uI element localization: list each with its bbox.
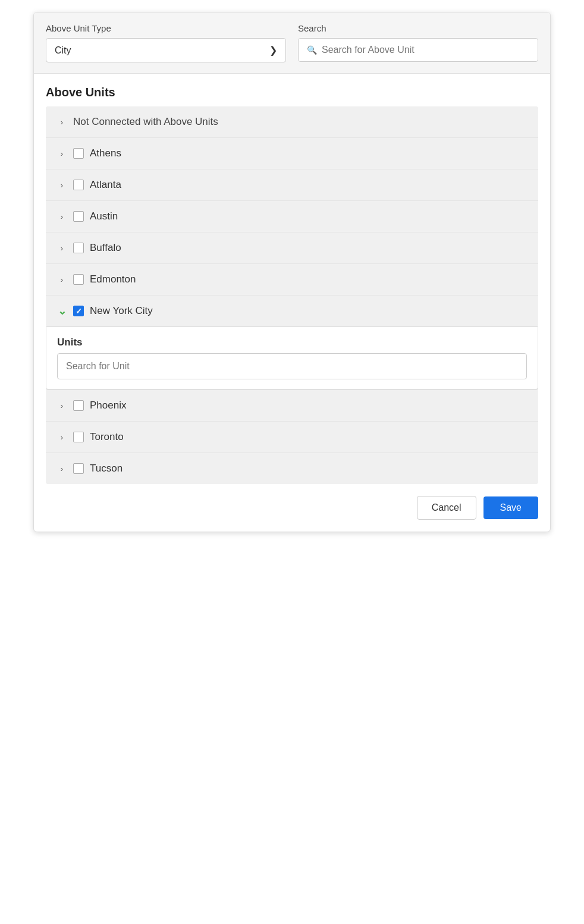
checkbox-austin[interactable] xyxy=(73,211,84,222)
expand-atlanta-btn[interactable]: › xyxy=(56,180,67,190)
list-item: › Edmonton xyxy=(46,264,538,296)
search-section: Search 🔍 xyxy=(298,23,538,62)
save-button[interactable]: Save xyxy=(483,496,538,519)
item-label-buffalo: Buffalo xyxy=(90,242,121,254)
units-title: Units xyxy=(46,327,538,353)
checkbox-tucson[interactable] xyxy=(73,463,84,474)
cancel-button[interactable]: Cancel xyxy=(417,496,476,520)
checkbox-phoenix[interactable] xyxy=(73,400,84,411)
list-item: ⌄ New York City xyxy=(46,296,538,326)
selected-type-value: City xyxy=(55,45,71,56)
expand-athens-btn[interactable]: › xyxy=(56,148,67,159)
units-section: Units xyxy=(46,326,538,389)
item-label-austin: Austin xyxy=(90,210,118,222)
expand-phoenix-btn[interactable]: › xyxy=(56,400,67,411)
list-item: › Tucson xyxy=(46,453,538,484)
header-row: Above Unit Type City ❯ Search 🔍 xyxy=(34,12,550,74)
footer: Cancel Save xyxy=(34,484,550,532)
item-label-toronto: Toronto xyxy=(90,431,124,443)
expand-toronto-btn[interactable]: › xyxy=(56,432,67,442)
checkbox-edmonton[interactable] xyxy=(73,274,84,285)
checkbox-buffalo[interactable] xyxy=(73,243,84,253)
checkbox-atlanta[interactable] xyxy=(73,180,84,190)
search-above-unit-wrapper: 🔍 xyxy=(298,38,538,62)
above-unit-type-select[interactable]: City ❯ xyxy=(46,38,286,62)
expand-buffalo-btn[interactable]: › xyxy=(56,243,67,253)
list-item: › Toronto xyxy=(46,422,538,453)
list-item: › Phoenix xyxy=(46,390,538,422)
dialog: Above Unit Type City ❯ Search 🔍 Above Un… xyxy=(33,12,551,532)
expand-austin-btn[interactable]: › xyxy=(56,211,67,222)
not-connected-label: Not Connected with Above Units xyxy=(73,116,218,128)
item-label-nyc: New York City xyxy=(90,305,153,317)
list-item: › Buffalo xyxy=(46,232,538,264)
list-item: › Athens xyxy=(46,138,538,169)
checkbox-nyc[interactable] xyxy=(73,306,84,316)
search-unit-input[interactable] xyxy=(57,353,527,379)
expand-nyc-btn[interactable]: ⌄ xyxy=(56,306,67,316)
list-item: › Not Connected with Above Units xyxy=(46,106,538,138)
item-label-edmonton: Edmonton xyxy=(90,274,136,285)
above-units-list: › Not Connected with Above Units › Athen… xyxy=(46,106,538,326)
search-label: Search xyxy=(298,23,538,33)
item-label-atlanta: Atlanta xyxy=(90,179,121,191)
search-icon: 🔍 xyxy=(307,45,317,55)
above-units-title: Above Units xyxy=(34,74,550,106)
above-unit-type-label: Above Unit Type xyxy=(46,23,286,33)
checkbox-toronto[interactable] xyxy=(73,432,84,442)
item-label-athens: Athens xyxy=(90,147,121,159)
expand-not-connected-btn[interactable]: › xyxy=(56,117,67,127)
expand-tucson-btn[interactable]: › xyxy=(56,463,67,474)
list-item: › Atlanta xyxy=(46,169,538,201)
item-label-tucson: Tucson xyxy=(90,463,123,474)
item-label-phoenix: Phoenix xyxy=(90,400,126,411)
above-unit-type-section: Above Unit Type City ❯ xyxy=(46,23,286,62)
list-item: › Austin xyxy=(46,201,538,232)
chevron-down-icon: ❯ xyxy=(269,45,277,56)
units-list: › Phoenix › Toronto › Tucson xyxy=(46,389,538,484)
search-above-unit-input[interactable] xyxy=(322,45,529,55)
checkbox-athens[interactable] xyxy=(73,148,84,159)
expand-edmonton-btn[interactable]: › xyxy=(56,274,67,285)
above-units-section: Above Units › Not Connected with Above U… xyxy=(34,74,550,326)
